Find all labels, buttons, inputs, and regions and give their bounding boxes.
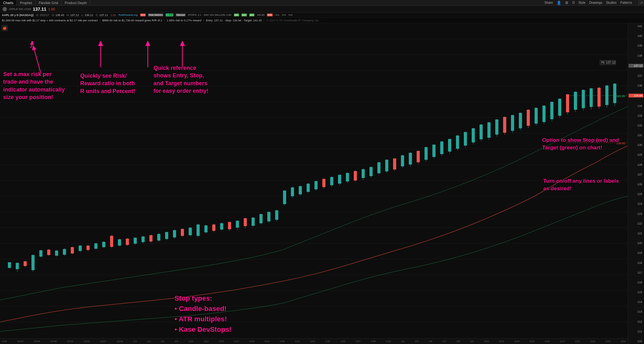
change-label: 1.01 bbox=[111, 14, 116, 17]
svg-rect-130 bbox=[432, 145, 436, 157]
studies-button[interactable]: Studies bbox=[606, 1, 616, 4]
svg-rect-154 bbox=[527, 110, 530, 126]
charts-tab[interactable]: Charts bbox=[0, 0, 17, 5]
risk-size-text: $1,000.00 max risk with $2.17 stop = 400… bbox=[2, 19, 98, 22]
symbol-exchange-label: APPLE INC,COM bbox=[9, 8, 31, 11]
svg-rect-86 bbox=[259, 214, 263, 223]
svg-rect-96 bbox=[299, 186, 302, 194]
svg-rect-36 bbox=[63, 249, 66, 255]
svg-rect-134 bbox=[448, 139, 451, 152]
svg-rect-122 bbox=[401, 155, 404, 166]
svg-rect-104 bbox=[330, 177, 333, 185]
svg-rect-114 bbox=[369, 167, 373, 176]
svg-rect-152 bbox=[519, 113, 522, 128]
annotation-stop-types: Stop types: • Candle-based! • ATR multip… bbox=[175, 293, 231, 335]
patterns-button[interactable]: Patterns bbox=[620, 1, 632, 4]
expand-button[interactable]: ⤢ bbox=[638, 0, 644, 6]
svg-rect-94 bbox=[291, 187, 294, 196]
date-label: D: 2/22/17 bbox=[36, 14, 49, 17]
svg-rect-128 bbox=[425, 147, 428, 160]
svg-marker-190 bbox=[180, 41, 185, 46]
person-icon: 👤 bbox=[557, 1, 561, 5]
svg-rect-110 bbox=[354, 171, 357, 180]
svg-rect-54 bbox=[134, 238, 137, 244]
svg-rect-72 bbox=[204, 225, 208, 232]
svg-rect-60 bbox=[157, 234, 160, 241]
svg-rect-58 bbox=[149, 235, 153, 241]
svg-rect-116 bbox=[377, 162, 380, 173]
annotation-stop-target: Option to show Stop (red) andTarget (gre… bbox=[542, 136, 619, 152]
svg-rect-126 bbox=[417, 151, 420, 162]
svg-rect-56 bbox=[142, 236, 145, 242]
svg-rect-82 bbox=[244, 218, 247, 226]
svg-rect-124 bbox=[409, 153, 412, 164]
rr-pct-text: 1.58% risk to 3.17% reward bbox=[167, 19, 201, 22]
svg-rect-146 bbox=[495, 119, 498, 135]
svg-text:141.45: 141.45 bbox=[616, 95, 625, 98]
svg-rect-106 bbox=[338, 175, 341, 184]
svg-rect-92 bbox=[283, 191, 286, 204]
flexible-grid-tab[interactable]: Flexible Grid bbox=[36, 0, 62, 5]
product-depth-tab[interactable]: Product Depth bbox=[62, 0, 90, 5]
svg-rect-168 bbox=[582, 90, 585, 108]
svg-rect-142 bbox=[480, 125, 483, 139]
gear-icon[interactable]: ⚙ bbox=[565, 1, 569, 5]
svg-rect-28 bbox=[31, 255, 35, 270]
svg-rect-50 bbox=[118, 239, 121, 246]
svg-rect-100 bbox=[314, 181, 318, 189]
low-label: L: 136.11 bbox=[81, 14, 93, 17]
svg-rect-78 bbox=[228, 222, 231, 229]
date-scale: 12/9 12/12 12/14 12/16 12/19 12/22 12/27… bbox=[0, 338, 628, 344]
svg-rect-22 bbox=[8, 262, 11, 268]
svg-rect-144 bbox=[487, 122, 491, 138]
svg-rect-132 bbox=[440, 141, 443, 154]
svg-rect-46 bbox=[102, 242, 105, 247]
close-label: C: 137.11 bbox=[96, 14, 108, 17]
symbol-price-display: 137.11 bbox=[33, 7, 47, 12]
annotation-rr-ratio: Quickly see Risk/Reward ratio in bothR u… bbox=[80, 72, 135, 95]
price-scale: 141 140 139 138 137.12 137 136 134.94 13… bbox=[628, 23, 644, 344]
svg-rect-136 bbox=[456, 136, 459, 149]
svg-rect-70 bbox=[197, 225, 200, 236]
svg-rect-158 bbox=[542, 106, 546, 122]
svg-rect-84 bbox=[252, 218, 255, 226]
stop-price-badge: 134.94 bbox=[629, 94, 643, 97]
svg-rect-44 bbox=[94, 243, 97, 249]
svg-rect-156 bbox=[535, 108, 538, 124]
rr-text: $868.00 risk to $1,736.00 reward gives R… bbox=[102, 19, 162, 22]
svg-rect-140 bbox=[472, 128, 475, 142]
svg-rect-108 bbox=[346, 173, 349, 181]
svg-rect-118 bbox=[385, 160, 388, 171]
svg-rect-170 bbox=[590, 88, 593, 107]
svg-rect-162 bbox=[558, 99, 561, 116]
svg-marker-186 bbox=[98, 41, 103, 46]
style-button[interactable]: Style bbox=[578, 1, 585, 4]
svg-rect-64 bbox=[173, 230, 176, 237]
svg-rect-80 bbox=[236, 221, 239, 228]
prophet-tab[interactable]: Prophet bbox=[17, 0, 36, 5]
svg-rect-166 bbox=[574, 92, 577, 110]
svg-rect-62 bbox=[165, 232, 168, 239]
svg-rect-176 bbox=[613, 84, 616, 103]
svg-rect-138 bbox=[464, 132, 467, 146]
svg-rect-90 bbox=[275, 210, 278, 220]
svg-rect-112 bbox=[362, 169, 365, 178]
svg-rect-66 bbox=[181, 229, 184, 236]
symbol-change-display: 1.00 bbox=[48, 7, 55, 11]
open-label: O: 136.43 bbox=[52, 14, 64, 17]
current-price-badge: 137.12 bbox=[629, 64, 643, 68]
svg-rect-174 bbox=[605, 86, 608, 105]
svg-rect-24 bbox=[16, 263, 19, 269]
drawings-button[interactable]: Drawings bbox=[589, 1, 602, 4]
annotation-toggle-lines: Turn on/off any lines or labelsas desire… bbox=[543, 177, 619, 192]
high-label: H: 137.12 bbox=[67, 14, 79, 17]
svg-rect-74 bbox=[212, 225, 215, 231]
share-button[interactable]: Share bbox=[545, 1, 553, 4]
svg-rect-172 bbox=[597, 88, 601, 107]
svg-rect-68 bbox=[189, 228, 192, 235]
svg-rect-40 bbox=[79, 246, 82, 251]
annotation-max-risk: Set a max risk pertrade and have theindi… bbox=[3, 70, 65, 101]
svg-rect-32 bbox=[47, 250, 50, 255]
svg-rect-48 bbox=[110, 236, 113, 247]
svg-rect-88 bbox=[267, 212, 270, 221]
